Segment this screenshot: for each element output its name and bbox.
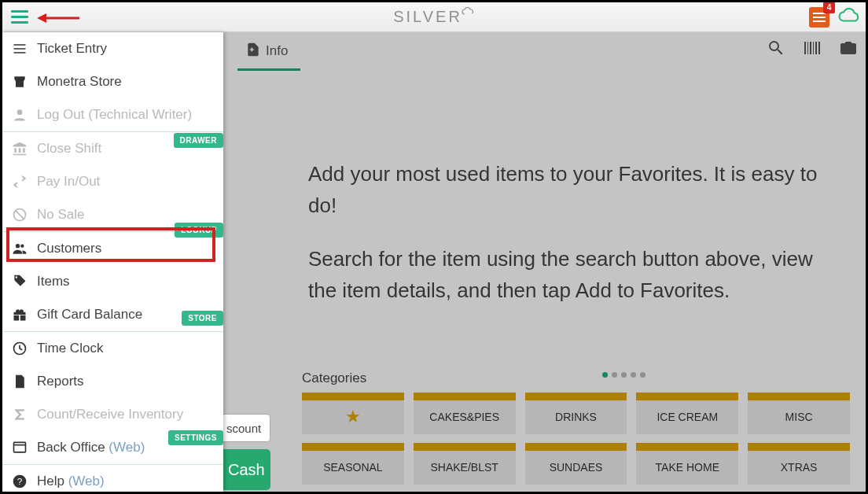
sidebar-item-help[interactable]: ? Help (Web) [2,465,223,494]
sidebar-item-ticket-entry[interactable]: Ticket Entry [2,32,223,65]
navigation-drawer: Ticket Entry Monetra Store Log Out (Tech… [2,32,223,492]
section-badge-settings: SETTINGS [168,430,223,445]
svg-marker-1 [37,13,46,23]
sidebar-item-label: Monetra Store [37,74,122,90]
sigma-icon [12,407,29,422]
user-icon [12,107,29,123]
sidebar-item-label: Count/Receive Inventory [37,407,183,422]
top-bar: SILVER 4 [2,2,866,32]
swap-icon [12,174,29,190]
svg-line-4 [15,210,24,219]
sidebar-item-items[interactable]: Items [2,265,223,298]
bank-icon [12,141,29,157]
sidebar-item-time-clock[interactable]: Time Clock [2,332,223,365]
gift-icon [12,307,29,323]
svg-point-6 [20,245,24,248]
cloud-sync-icon[interactable] [837,7,861,28]
section-badge-lookup: LOOKUP [175,223,223,238]
cloud-accent-icon [461,7,475,19]
tag-icon [12,274,29,289]
sidebar-item-label: Customers [37,241,101,256]
sidebar-item-label: Pay In/Out [37,174,100,190]
sidebar-item-inventory[interactable]: Count/Receive Inventory [2,398,223,431]
list-icon [12,41,29,57]
svg-point-5 [16,244,20,248]
sidebar-item-logout[interactable]: Log Out (Technical Writer) [2,98,223,131]
svg-rect-8 [14,442,26,452]
annotation-arrow [37,12,79,24]
receipt-icon[interactable]: 4 [809,7,829,28]
document-icon [12,374,29,389]
sidebar-item-label: Gift Card Balance [37,307,142,323]
sidebar-item-pay-in-out[interactable]: Pay In/Out [2,165,223,198]
no-icon [12,207,29,223]
sidebar-item-monetra-store[interactable]: Monetra Store [2,65,223,98]
notification-badge: 4 [823,2,835,13]
store-icon [12,74,29,90]
cash-button[interactable]: Cash [223,449,270,490]
brand-logo: SILVER [393,8,475,26]
menu-icon[interactable] [6,2,33,32]
sidebar-item-label: Back Office (Web) [37,440,145,455]
browser-icon [12,440,29,455]
sidebar-item-label: Items [37,274,70,289]
sidebar-item-label: Reports [37,374,84,389]
sidebar-item-label: Close Shift [37,141,101,157]
sidebar-item-label: Ticket Entry [37,41,107,57]
people-icon [12,241,29,256]
svg-point-2 [17,109,23,115]
discount-button[interactable]: scount [223,414,270,442]
section-badge-store: STORE [182,311,223,326]
sidebar-item-label: Log Out (Technical Writer) [37,107,192,123]
help-icon: ? [12,474,29,489]
svg-text:?: ? [17,476,23,486]
sidebar-item-label: Help (Web) [37,474,105,489]
clock-icon [12,341,29,356]
sidebar-item-reports[interactable]: Reports [2,365,223,398]
section-badge-drawer: DRAWER [174,133,223,148]
sidebar-item-label: Time Clock [37,341,103,356]
dim-overlay[interactable] [223,32,866,492]
sidebar-item-label: No Sale [37,207,84,223]
